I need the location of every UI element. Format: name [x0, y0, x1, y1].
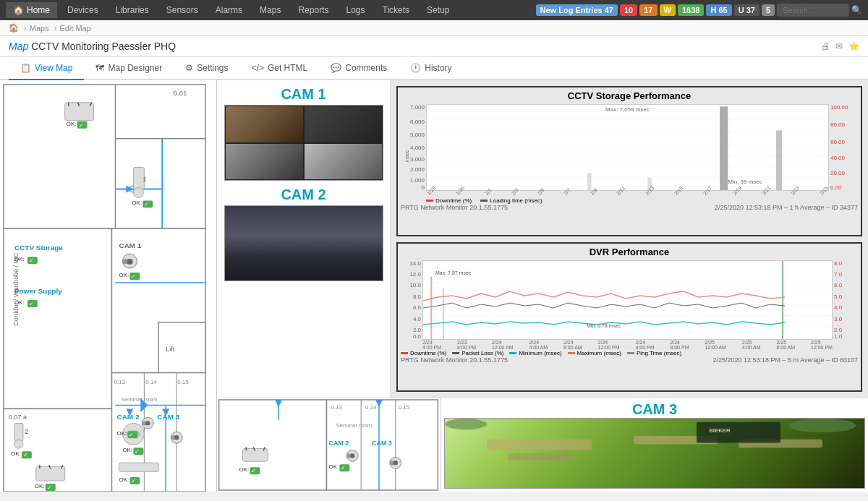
svg-text:✓: ✓: [251, 468, 256, 474]
cam1-quad2: [304, 106, 383, 143]
svg-text:Seminar room: Seminar room: [121, 396, 157, 403]
nav-devices[interactable]: Devices: [60, 2, 106, 18]
svg-text:✓: ✓: [131, 273, 136, 280]
svg-text:CAM 2: CAM 2: [116, 413, 139, 421]
ok-badge[interactable]: 1638: [678, 4, 704, 16]
svg-text:✓: ✓: [135, 448, 140, 455]
svg-point-79: [145, 421, 150, 425]
favorite-icon[interactable]: ⭐: [848, 41, 859, 51]
bottom-right-content: CAM 3 BIEKER: [441, 398, 868, 492]
chart-x-axis: 1/29 1/30 2/1 2/3 2/5 2/7 2/9 2/11 2/13 …: [426, 191, 829, 197]
storage-chart-info: PRTG Network Monitor 20.1.55.1775 2/25/2…: [401, 204, 858, 211]
w-badge[interactable]: W: [660, 4, 676, 16]
storage-chart-svg: Max: 7,059 msec Min: 39 msec: [427, 105, 828, 190]
h-badge[interactable]: H 65: [706, 4, 731, 16]
cam1-quad3: [225, 143, 304, 181]
email-icon[interactable]: ✉: [835, 41, 843, 51]
svg-text:✓: ✓: [47, 484, 52, 491]
svg-text:2: 2: [25, 427, 29, 435]
nav-home[interactable]: 🏠 Home: [6, 2, 57, 18]
tab-settings[interactable]: ⚙ Settings: [174, 57, 239, 80]
cam1-image: [224, 105, 383, 181]
svg-text:OK:: OK:: [14, 256, 25, 262]
breadcrumb-home-icon[interactable]: 🏠: [9, 23, 19, 33]
search-icon[interactable]: 🔍: [851, 5, 862, 15]
svg-text:Seminar room: Seminar room: [336, 422, 372, 429]
nav-maps[interactable]: Maps: [252, 2, 288, 18]
tab-view-map[interactable]: 📋 View Map: [9, 57, 84, 80]
svg-text:OK:: OK:: [119, 476, 129, 483]
svg-point-149: [445, 419, 487, 429]
tab-bar: 📋 View Map 🗺 Map Designer ⚙ Settings </>…: [0, 57, 868, 80]
warning-badge[interactable]: 17: [639, 4, 657, 16]
error-badge[interactable]: 10: [620, 4, 637, 16]
nav-reports[interactable]: Reports: [291, 2, 336, 18]
svg-rect-0: [4, 85, 205, 228]
nav-sensors[interactable]: Sensors: [159, 2, 205, 18]
nav-libraries[interactable]: Libraries: [109, 2, 156, 18]
svg-text:CAM 3: CAM 3: [372, 440, 392, 447]
svg-text:✓: ✓: [79, 122, 84, 129]
svg-point-134: [350, 453, 354, 458]
svg-rect-142: [487, 440, 592, 450]
tab-history[interactable]: 🕐 History: [399, 57, 463, 80]
svg-rect-97: [587, 173, 592, 190]
nav-logs[interactable]: Logs: [339, 2, 372, 18]
svg-text:OK:: OK:: [67, 121, 77, 127]
dvr-chart-title: DVR Performance: [401, 247, 858, 257]
svg-point-50: [127, 259, 132, 265]
svg-text:BIEKER: BIEKER: [709, 427, 731, 434]
notification-badges: New Log Entries 47 10 17 W 1638 H 65 U 3…: [536, 4, 862, 17]
cam1-quad4: [304, 143, 383, 181]
svg-text:OK:: OK:: [11, 450, 21, 457]
log-entries-badge[interactable]: New Log Entries 47: [536, 4, 618, 16]
cam2-section: CAM 2: [223, 187, 384, 281]
right-panel: CAM 1 CAM 2: [217, 80, 868, 492]
svg-text:1: 1: [142, 175, 147, 183]
svg-rect-143: [508, 453, 571, 461]
nav-alarms[interactable]: Alarms: [208, 2, 250, 18]
top-navigation: 🏠 Home Devices Libraries Sensors Alarms …: [0, 0, 868, 20]
svg-text:0.01: 0.01: [173, 89, 187, 97]
nav-setup[interactable]: Setup: [420, 2, 456, 18]
title-rest: CCTV Monitoring Paessler PHQ: [31, 40, 176, 52]
svg-text:OK:: OK:: [239, 466, 249, 473]
dvr-chart-legend: Downtime (%) Packet Loss (%) Minimum (ms…: [401, 350, 858, 356]
num-badge[interactable]: 5: [762, 4, 775, 16]
storage-chart-legend: Downtime (%) Loading time (msec): [426, 197, 858, 204]
svg-point-55: [14, 440, 23, 448]
title-action-icons: 🖨 ✉ ⭐: [821, 41, 859, 51]
cam3-image: BIEKER: [444, 418, 865, 489]
svg-text:Min: 39 msec: Min: 39 msec: [728, 179, 762, 185]
svg-text:Power Supply: Power Supply: [14, 287, 62, 295]
svg-text:Lift: Lift: [166, 346, 174, 353]
svg-text:OK:: OK:: [122, 447, 132, 453]
svg-text:OK:: OK:: [35, 483, 45, 489]
nav-tickets[interactable]: Tickets: [375, 2, 417, 18]
breadcrumb: 🏠 › Maps › Edit Map: [0, 20, 868, 36]
svg-text:Min: 0.78 msec: Min: 0.78 msec: [587, 322, 621, 327]
cam2-image: [224, 205, 383, 281]
page-title-bar: Map CCTV Monitoring Paessler PHQ 🖨 ✉ ⭐: [0, 36, 868, 57]
home-icon: 🏠: [13, 5, 24, 15]
bottom-section: 0.13 0.14 0.15 Seminar room: [217, 398, 868, 492]
svg-text:✓: ✓: [29, 301, 34, 307]
search-input[interactable]: [777, 4, 849, 17]
cam1-title: CAM 1: [281, 86, 326, 103]
settings-icon: ⚙: [185, 63, 193, 73]
svg-point-141: [393, 461, 398, 465]
tab-map-designer[interactable]: 🗺 Map Designer: [84, 57, 174, 80]
svg-text:✓: ✓: [341, 465, 346, 471]
cam2-title: CAM 2: [281, 187, 326, 203]
tab-get-html[interactable]: </> Get HTML: [240, 57, 320, 80]
breadcrumb-maps-link[interactable]: Maps: [30, 24, 49, 33]
svg-text:OK:: OK:: [14, 299, 25, 306]
tab-comments[interactable]: 💬 Comments: [319, 57, 399, 80]
bottom-floor-plan: 0.13 0.14 0.15 Seminar room: [217, 398, 441, 492]
svg-point-148: [789, 419, 856, 432]
cam3-right-panel: CAM 3 BIEKER: [441, 398, 868, 492]
print-icon[interactable]: 🖨: [821, 41, 830, 51]
svg-text:CAM 2: CAM 2: [329, 440, 349, 447]
u-badge[interactable]: U 37: [734, 4, 760, 16]
svg-text:Max: 7.87 msec: Max: 7.87 msec: [435, 270, 472, 275]
